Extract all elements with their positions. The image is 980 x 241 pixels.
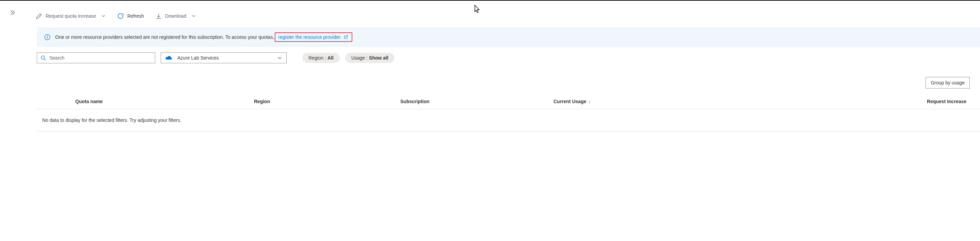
info-banner: One or more resource providers selected …: [37, 27, 980, 47]
provider-dropdown[interactable]: Azure Lab Services: [161, 53, 286, 63]
request-quota-label: Request quota increase: [46, 13, 96, 19]
register-provider-link[interactable]: register the resource provider.: [275, 32, 352, 42]
refresh-label: Refresh: [127, 13, 144, 19]
column-subscription[interactable]: Subscription: [400, 99, 554, 104]
usage-filter-value: Show all: [369, 55, 388, 61]
column-quota-name[interactable]: Quota name: [36, 99, 254, 104]
download-icon: [156, 13, 162, 19]
sort-descending-icon: ↓: [588, 99, 590, 104]
expand-sidebar-button[interactable]: [10, 10, 16, 17]
info-message: One or more resource providers selected …: [55, 34, 274, 40]
region-filter-pill[interactable]: Region : All: [302, 53, 340, 63]
chevron-down-icon: [102, 14, 105, 18]
search-input-wrap[interactable]: [37, 53, 155, 63]
column-request-increase[interactable]: Request Increase: [812, 99, 980, 104]
download-button[interactable]: Download: [156, 13, 196, 19]
svg-point-2: [47, 35, 48, 36]
usage-filter-label: Usage :: [351, 55, 368, 61]
provider-label: Azure Lab Services: [177, 55, 218, 61]
group-by-dropdown[interactable]: Group by usage: [926, 77, 970, 88]
table-header-row: Quota name Region Subscription Current U…: [36, 92, 980, 109]
pencil-icon: [36, 13, 42, 19]
refresh-icon: [117, 13, 124, 19]
column-region[interactable]: Region: [254, 99, 400, 104]
empty-state-message: No data to display for the selected filt…: [36, 109, 980, 131]
chevron-double-right-icon: [10, 10, 16, 16]
usage-filter-pill[interactable]: Usage : Show all: [345, 53, 395, 63]
cloud-icon: [165, 55, 173, 61]
request-quota-increase-button[interactable]: Request quota increase: [36, 13, 105, 19]
column-current-usage[interactable]: Current Usage ↓: [554, 99, 812, 104]
region-filter-label: Region :: [309, 55, 326, 61]
chevron-down-icon: [192, 14, 196, 18]
filter-row: Azure Lab Services Region : All Usage : …: [36, 47, 980, 69]
svg-rect-1: [47, 37, 48, 38]
info-icon: [44, 34, 50, 40]
svg-line-4: [44, 59, 46, 60]
download-label: Download: [165, 13, 186, 19]
chevron-down-icon: [277, 56, 282, 60]
group-by-label: Group by usage: [931, 80, 965, 85]
search-input[interactable]: [49, 55, 151, 61]
search-icon: [40, 55, 46, 61]
svg-point-3: [41, 56, 45, 59]
toolbar: Request quota increase Refresh Download: [36, 3, 980, 27]
column-usage-label: Current Usage: [554, 99, 586, 104]
refresh-button[interactable]: Refresh: [117, 13, 144, 19]
region-filter-value: All: [328, 55, 334, 61]
register-link-text: register the resource provider.: [278, 34, 341, 40]
external-link-icon: [344, 35, 348, 40]
